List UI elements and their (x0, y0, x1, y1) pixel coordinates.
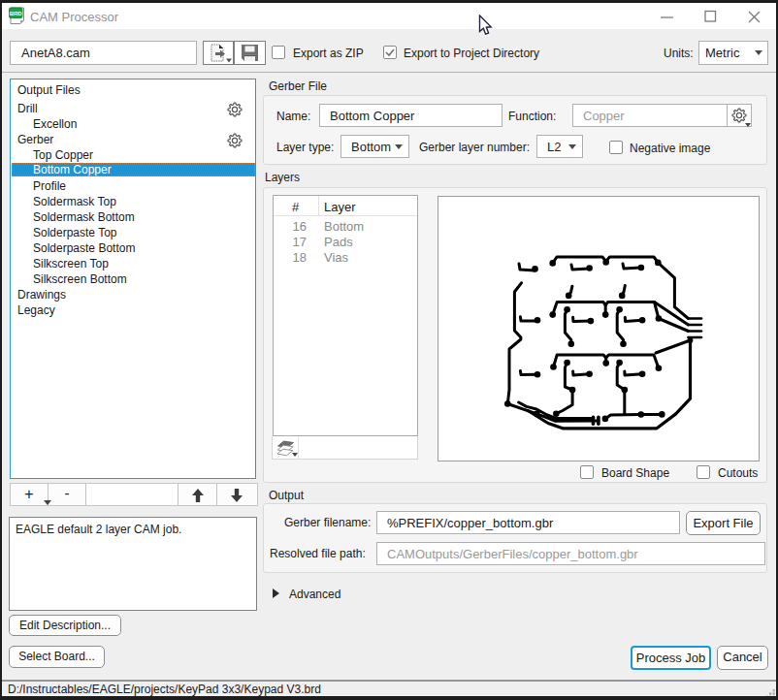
svg-text:BRD: BRD (10, 11, 23, 16)
